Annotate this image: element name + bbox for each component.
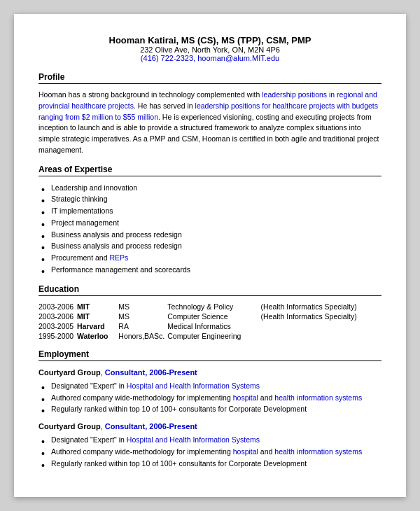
edu-degree: MS bbox=[118, 312, 167, 321]
candidate-name: Hooman Katirai, MS (CS), MS (TPP), CSM, … bbox=[38, 35, 382, 46]
list-item: Designated "Expert" in Hospital and Heal… bbox=[51, 380, 382, 392]
profile-body: Hooman has a strong background in techno… bbox=[38, 90, 382, 156]
profile-text: Hooman has a strong background in techno… bbox=[38, 90, 382, 156]
list-item: Business analysis and process redesign bbox=[51, 240, 382, 252]
table-row: 2003-2006 MIT MS Technology & Policy (He… bbox=[38, 302, 382, 312]
table-row: 2003-2005 Harvard RA Medical Informatics bbox=[38, 321, 382, 331]
edu-school: Waterloo bbox=[77, 331, 118, 341]
edu-note: (Health Informatics Specialty) bbox=[261, 312, 382, 321]
list-item: Regularly ranked within top 10 of 100+ c… bbox=[51, 458, 382, 470]
edu-school: Harvard bbox=[77, 321, 118, 331]
profile-section-title: Profile bbox=[38, 72, 382, 84]
list-item: Leadership and innovation bbox=[51, 182, 382, 194]
employment-list-1: Designated "Expert" in Hospital and Heal… bbox=[38, 380, 382, 415]
edu-degree: Honors,BASc. bbox=[118, 331, 167, 341]
employer-name-1: Courtyard Group, Consultant, 2006-Presen… bbox=[38, 368, 382, 377]
job-role: Consultant, 2006-Present bbox=[105, 368, 197, 377]
expertise-section-title: Areas of Expertise bbox=[38, 164, 382, 176]
edu-note bbox=[261, 321, 382, 331]
company-name: Courtyard Group bbox=[38, 422, 101, 430]
edu-note: (Health Informatics Specialty) bbox=[261, 302, 382, 312]
list-item: Authored company wide-methodology for im… bbox=[51, 446, 382, 458]
employment-list-2: Designated "Expert" in Hospital and Heal… bbox=[38, 434, 382, 469]
list-item: Strategic thinking bbox=[51, 193, 382, 205]
employment-section-title: Employment bbox=[38, 349, 382, 361]
contact-text: (416) 722-2323, hooman@alum.MIT.edu bbox=[141, 54, 279, 62]
edu-years: 2003-2006 bbox=[38, 302, 77, 312]
company-name: Courtyard Group bbox=[38, 368, 101, 377]
expertise-list: Leadership and innovation Strategic thin… bbox=[38, 182, 382, 276]
edu-field: Technology & Policy bbox=[167, 302, 260, 312]
edu-years: 2003-2006 bbox=[38, 312, 77, 321]
education-table: 2003-2006 MIT MS Technology & Policy (He… bbox=[38, 302, 382, 341]
job-role: Consultant, 2006-Present bbox=[105, 422, 197, 430]
table-row: 1995-2000 Waterloo Honors,BASc. Computer… bbox=[38, 331, 382, 341]
list-item: Designated "Expert" in Hospital and Heal… bbox=[51, 434, 382, 446]
list-item: Authored company wide-methodology for im… bbox=[51, 392, 382, 404]
edu-school: MIT bbox=[77, 312, 118, 321]
resume-page: Hooman Katirai, MS (CS), MS (TPP), CSM, … bbox=[14, 14, 406, 497]
list-item: Regularly ranked within top 10 of 100+ c… bbox=[51, 403, 382, 415]
list-item: IT implementations bbox=[51, 205, 382, 217]
candidate-address: 232 Olive Ave, North York, ON, M2N 4P6 bbox=[38, 46, 382, 54]
edu-field: Computer Engineering bbox=[167, 331, 260, 341]
edu-years: 1995-2000 bbox=[38, 331, 77, 341]
edu-field: Medical Informatics bbox=[167, 321, 260, 331]
resume-header: Hooman Katirai, MS (CS), MS (TPP), CSM, … bbox=[38, 35, 382, 62]
edu-degree: MS bbox=[118, 302, 167, 312]
edu-note bbox=[261, 331, 382, 341]
list-item: Project management bbox=[51, 217, 382, 229]
employer-name-2: Courtyard Group, Consultant, 2006-Presen… bbox=[38, 422, 382, 430]
list-item: Performance management and scorecards bbox=[51, 264, 382, 276]
edu-field: Computer Science bbox=[167, 312, 260, 321]
list-item: Business analysis and process redesign bbox=[51, 229, 382, 241]
edu-years: 2003-2005 bbox=[38, 321, 77, 331]
list-item: Procurement and REPs bbox=[51, 252, 382, 264]
candidate-contact: (416) 722-2323, hooman@alum.MIT.edu bbox=[38, 54, 382, 62]
table-row: 2003-2006 MIT MS Computer Science (Healt… bbox=[38, 312, 382, 321]
edu-degree: RA bbox=[118, 321, 167, 331]
edu-school: MIT bbox=[77, 302, 118, 312]
education-section-title: Education bbox=[38, 284, 382, 296]
